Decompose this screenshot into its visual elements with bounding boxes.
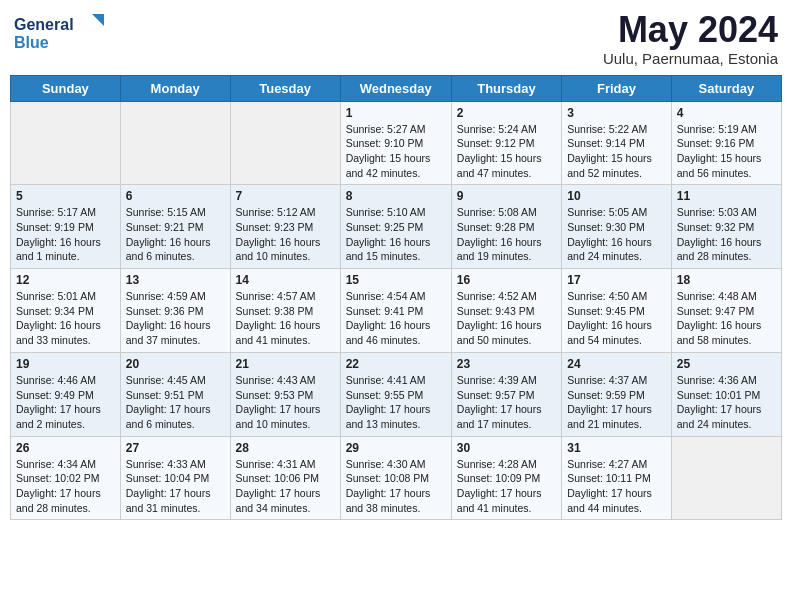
- header-day-sunday: Sunday: [11, 75, 121, 101]
- day-cell: 26Sunrise: 4:34 AM Sunset: 10:02 PM Dayl…: [11, 436, 121, 520]
- day-info: Sunrise: 4:27 AM Sunset: 10:11 PM Daylig…: [567, 457, 666, 516]
- day-info: Sunrise: 5:05 AM Sunset: 9:30 PM Dayligh…: [567, 205, 666, 264]
- day-number: 22: [346, 357, 446, 371]
- day-number: 28: [236, 441, 335, 455]
- day-cell: 19Sunrise: 4:46 AM Sunset: 9:49 PM Dayli…: [11, 352, 121, 436]
- day-info: Sunrise: 4:59 AM Sunset: 9:36 PM Dayligh…: [126, 289, 225, 348]
- day-cell: 16Sunrise: 4:52 AM Sunset: 9:43 PM Dayli…: [451, 269, 561, 353]
- day-info: Sunrise: 5:10 AM Sunset: 9:25 PM Dayligh…: [346, 205, 446, 264]
- day-info: Sunrise: 5:17 AM Sunset: 9:19 PM Dayligh…: [16, 205, 115, 264]
- day-cell: 15Sunrise: 4:54 AM Sunset: 9:41 PM Dayli…: [340, 269, 451, 353]
- day-number: 16: [457, 273, 556, 287]
- day-number: 1: [346, 106, 446, 120]
- header-day-wednesday: Wednesday: [340, 75, 451, 101]
- day-number: 14: [236, 273, 335, 287]
- day-info: Sunrise: 4:39 AM Sunset: 9:57 PM Dayligh…: [457, 373, 556, 432]
- header-row: SundayMondayTuesdayWednesdayThursdayFrid…: [11, 75, 782, 101]
- day-number: 2: [457, 106, 556, 120]
- day-cell: 6Sunrise: 5:15 AM Sunset: 9:21 PM Daylig…: [120, 185, 230, 269]
- day-cell: 9Sunrise: 5:08 AM Sunset: 9:28 PM Daylig…: [451, 185, 561, 269]
- day-number: 18: [677, 273, 776, 287]
- day-cell: 20Sunrise: 4:45 AM Sunset: 9:51 PM Dayli…: [120, 352, 230, 436]
- day-info: Sunrise: 4:43 AM Sunset: 9:53 PM Dayligh…: [236, 373, 335, 432]
- day-info: Sunrise: 5:01 AM Sunset: 9:34 PM Dayligh…: [16, 289, 115, 348]
- header-day-tuesday: Tuesday: [230, 75, 340, 101]
- day-cell: 29Sunrise: 4:30 AM Sunset: 10:08 PM Dayl…: [340, 436, 451, 520]
- header-day-saturday: Saturday: [671, 75, 781, 101]
- day-cell: 2Sunrise: 5:24 AM Sunset: 9:12 PM Daylig…: [451, 101, 561, 185]
- day-number: 13: [126, 273, 225, 287]
- day-info: Sunrise: 4:30 AM Sunset: 10:08 PM Daylig…: [346, 457, 446, 516]
- day-cell: 22Sunrise: 4:41 AM Sunset: 9:55 PM Dayli…: [340, 352, 451, 436]
- day-info: Sunrise: 4:45 AM Sunset: 9:51 PM Dayligh…: [126, 373, 225, 432]
- day-number: 30: [457, 441, 556, 455]
- week-row-1: 1Sunrise: 5:27 AM Sunset: 9:10 PM Daylig…: [11, 101, 782, 185]
- day-cell: 11Sunrise: 5:03 AM Sunset: 9:32 PM Dayli…: [671, 185, 781, 269]
- location: Uulu, Paernumaa, Estonia: [603, 50, 778, 67]
- header-day-thursday: Thursday: [451, 75, 561, 101]
- svg-text:General: General: [14, 16, 74, 33]
- day-number: 7: [236, 189, 335, 203]
- day-cell: 1Sunrise: 5:27 AM Sunset: 9:10 PM Daylig…: [340, 101, 451, 185]
- day-info: Sunrise: 4:52 AM Sunset: 9:43 PM Dayligh…: [457, 289, 556, 348]
- day-cell: 27Sunrise: 4:33 AM Sunset: 10:04 PM Dayl…: [120, 436, 230, 520]
- logo-svg: General Blue: [14, 10, 104, 55]
- calendar-table: SundayMondayTuesdayWednesdayThursdayFrid…: [10, 75, 782, 521]
- svg-marker-2: [92, 14, 104, 26]
- week-row-4: 19Sunrise: 4:46 AM Sunset: 9:49 PM Dayli…: [11, 352, 782, 436]
- svg-text:Blue: Blue: [14, 34, 49, 51]
- day-cell: [671, 436, 781, 520]
- day-info: Sunrise: 5:12 AM Sunset: 9:23 PM Dayligh…: [236, 205, 335, 264]
- title-block: May 2024 Uulu, Paernumaa, Estonia: [603, 10, 778, 67]
- day-cell: 31Sunrise: 4:27 AM Sunset: 10:11 PM Dayl…: [562, 436, 672, 520]
- day-cell: 21Sunrise: 4:43 AM Sunset: 9:53 PM Dayli…: [230, 352, 340, 436]
- header-day-monday: Monday: [120, 75, 230, 101]
- logo: General Blue: [14, 10, 104, 55]
- day-number: 31: [567, 441, 666, 455]
- day-info: Sunrise: 4:28 AM Sunset: 10:09 PM Daylig…: [457, 457, 556, 516]
- week-row-5: 26Sunrise: 4:34 AM Sunset: 10:02 PM Dayl…: [11, 436, 782, 520]
- day-number: 25: [677, 357, 776, 371]
- day-number: 9: [457, 189, 556, 203]
- day-number: 11: [677, 189, 776, 203]
- day-number: 12: [16, 273, 115, 287]
- day-cell: 17Sunrise: 4:50 AM Sunset: 9:45 PM Dayli…: [562, 269, 672, 353]
- page-header: General Blue May 2024 Uulu, Paernumaa, E…: [10, 10, 782, 67]
- day-number: 24: [567, 357, 666, 371]
- day-info: Sunrise: 5:22 AM Sunset: 9:14 PM Dayligh…: [567, 122, 666, 181]
- day-number: 21: [236, 357, 335, 371]
- day-cell: 12Sunrise: 5:01 AM Sunset: 9:34 PM Dayli…: [11, 269, 121, 353]
- day-info: Sunrise: 4:41 AM Sunset: 9:55 PM Dayligh…: [346, 373, 446, 432]
- day-info: Sunrise: 4:46 AM Sunset: 9:49 PM Dayligh…: [16, 373, 115, 432]
- day-cell: [120, 101, 230, 185]
- header-day-friday: Friday: [562, 75, 672, 101]
- day-info: Sunrise: 5:27 AM Sunset: 9:10 PM Dayligh…: [346, 122, 446, 181]
- day-number: 8: [346, 189, 446, 203]
- day-cell: 8Sunrise: 5:10 AM Sunset: 9:25 PM Daylig…: [340, 185, 451, 269]
- day-cell: 14Sunrise: 4:57 AM Sunset: 9:38 PM Dayli…: [230, 269, 340, 353]
- day-cell: 7Sunrise: 5:12 AM Sunset: 9:23 PM Daylig…: [230, 185, 340, 269]
- month-title: May 2024: [603, 10, 778, 50]
- day-number: 15: [346, 273, 446, 287]
- day-info: Sunrise: 4:34 AM Sunset: 10:02 PM Daylig…: [16, 457, 115, 516]
- day-number: 27: [126, 441, 225, 455]
- day-cell: 18Sunrise: 4:48 AM Sunset: 9:47 PM Dayli…: [671, 269, 781, 353]
- day-number: 19: [16, 357, 115, 371]
- day-number: 6: [126, 189, 225, 203]
- day-cell: [11, 101, 121, 185]
- day-info: Sunrise: 4:57 AM Sunset: 9:38 PM Dayligh…: [236, 289, 335, 348]
- day-info: Sunrise: 4:31 AM Sunset: 10:06 PM Daylig…: [236, 457, 335, 516]
- week-row-2: 5Sunrise: 5:17 AM Sunset: 9:19 PM Daylig…: [11, 185, 782, 269]
- day-info: Sunrise: 4:48 AM Sunset: 9:47 PM Dayligh…: [677, 289, 776, 348]
- day-info: Sunrise: 5:24 AM Sunset: 9:12 PM Dayligh…: [457, 122, 556, 181]
- day-cell: 3Sunrise: 5:22 AM Sunset: 9:14 PM Daylig…: [562, 101, 672, 185]
- day-cell: 28Sunrise: 4:31 AM Sunset: 10:06 PM Dayl…: [230, 436, 340, 520]
- day-info: Sunrise: 4:37 AM Sunset: 9:59 PM Dayligh…: [567, 373, 666, 432]
- day-info: Sunrise: 4:54 AM Sunset: 9:41 PM Dayligh…: [346, 289, 446, 348]
- day-number: 4: [677, 106, 776, 120]
- day-number: 5: [16, 189, 115, 203]
- day-info: Sunrise: 4:33 AM Sunset: 10:04 PM Daylig…: [126, 457, 225, 516]
- day-cell: 25Sunrise: 4:36 AM Sunset: 10:01 PM Dayl…: [671, 352, 781, 436]
- day-number: 17: [567, 273, 666, 287]
- day-cell: 30Sunrise: 4:28 AM Sunset: 10:09 PM Dayl…: [451, 436, 561, 520]
